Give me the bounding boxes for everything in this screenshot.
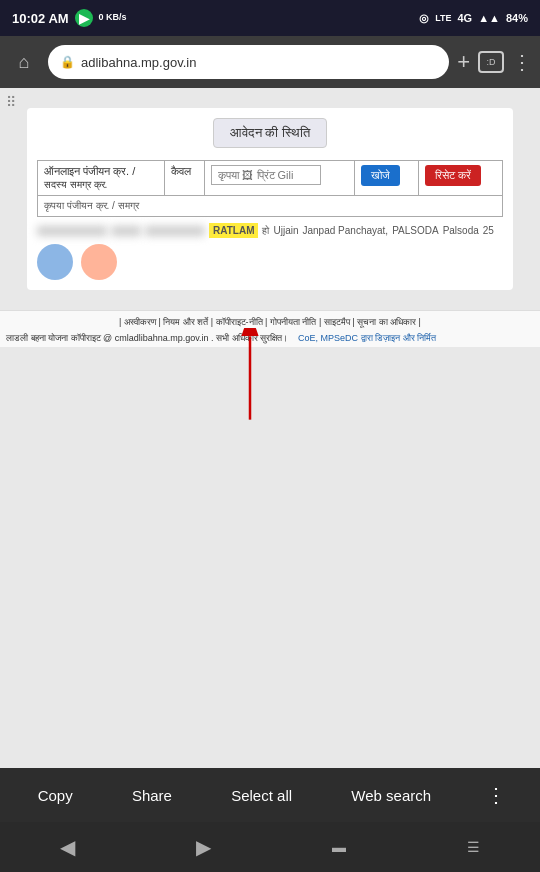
spotify-icon: ▶: [75, 9, 93, 27]
label-registration: ऑनलाइन पंजीयन क्र. / सदस्य समग्र क्र.: [38, 161, 165, 196]
lte-icon: LTE: [435, 13, 451, 23]
more-options-button[interactable]: ⋮: [478, 775, 514, 815]
highlighted-ratlam: RATLAM: [209, 223, 258, 238]
registration-input[interactable]: [211, 165, 321, 185]
col-25: 25: [483, 225, 494, 236]
battery-display: 84%: [506, 12, 528, 24]
share-button[interactable]: Share: [120, 779, 184, 812]
grid-dots-icon: ⠿: [6, 94, 16, 110]
blurred-col3: [145, 226, 205, 236]
wifi-icon: ◎: [419, 12, 429, 25]
lock-icon: 🔒: [60, 55, 75, 69]
coe-text: CoE, MPSeDC द्वारा डिज़ाइन और निर्मित: [298, 333, 436, 343]
blurred-col1: [37, 226, 107, 236]
web-content: ⠿ आवेदन की स्थिति ऑनलाइन पंजीयन क्र. / स…: [0, 88, 540, 822]
tab-label: :D: [487, 57, 496, 67]
reset-btn-cell[interactable]: रिसेट करें: [418, 161, 502, 196]
network-icon: 4G: [458, 12, 473, 24]
label-category: कैवल: [165, 161, 205, 196]
forward-button[interactable]: ▶: [180, 827, 227, 867]
copy-button[interactable]: Copy: [26, 779, 85, 812]
status-right: ◎ LTE 4G ▲▲ 84%: [419, 12, 528, 25]
browser-bar: ⌂ 🔒 adlibahna.mp.gov.in + :D ⋮: [0, 36, 540, 88]
col-palsoda2: Palsoda: [443, 225, 479, 236]
page-content: आवेदन की स्थिति ऑनलाइन पंजीयन क्र. / सदस…: [27, 108, 513, 290]
url-text: adlibahna.mp.gov.in: [81, 55, 196, 70]
signal-bars-icon: ▲▲: [478, 12, 500, 24]
form-input-cell[interactable]: [205, 161, 355, 196]
instruction-text: कृपया पंजीयन क्र. / समग्र: [38, 196, 503, 217]
kb-display: 0 KB/s: [99, 13, 127, 23]
tab-switcher-button[interactable]: :D: [478, 51, 504, 73]
add-tab-button[interactable]: +: [457, 49, 470, 75]
reset-button[interactable]: रिसेट करें: [425, 165, 481, 186]
recents-button[interactable]: ☰: [451, 831, 496, 863]
avatar-1: [37, 244, 73, 280]
status-button[interactable]: आवेदन की स्थिति: [213, 118, 327, 148]
avatar-2: [81, 244, 117, 280]
menu-button[interactable]: ⋮: [512, 50, 532, 74]
bottom-nav-bar: ◀ ▶ ▬ ☰: [0, 822, 540, 872]
search-btn-cell[interactable]: खोजे: [355, 161, 418, 196]
col-janpad: Janpad Panchayat,: [303, 225, 389, 236]
url-bar[interactable]: 🔒 adlibahna.mp.gov.in: [48, 45, 449, 79]
form-row-1: ऑनलाइन पंजीयन क्र. / सदस्य समग्र क्र. कै…: [38, 161, 503, 196]
home-button[interactable]: ⌂: [8, 46, 40, 78]
results-row: RATLAM हो Ujjain Janpad Panchayat, PALSO…: [37, 223, 503, 238]
status-bar: 10:02 AM ▶ 0 KB/s ◎ LTE 4G ▲▲ 84%: [0, 0, 540, 36]
footer-bottom: लाडली बहना योजना कॉपीराइट @ cmladlibahna…: [0, 330, 540, 347]
form-table: ऑनलाइन पंजीयन क्र. / सदस्य समग्र क्र. कै…: [37, 160, 503, 217]
col-palsoda1: PALSODA: [392, 225, 439, 236]
status-left: 10:02 AM ▶ 0 KB/s: [12, 9, 127, 27]
web-search-button[interactable]: Web search: [339, 779, 443, 812]
time-display: 10:02 AM: [12, 11, 69, 26]
search-button[interactable]: खोजे: [361, 165, 400, 186]
select-all-button[interactable]: Select all: [219, 779, 304, 812]
home-nav-button[interactable]: ▬: [316, 831, 362, 863]
back-button[interactable]: ◀: [44, 827, 91, 867]
context-menu: Copy Share Select all Web search ⋮: [0, 768, 540, 822]
blurred-col2: [111, 226, 141, 236]
avatar-row: [37, 244, 503, 280]
col-ho: हो: [262, 225, 269, 237]
browser-actions: + :D ⋮: [457, 49, 532, 75]
col-ujjain: Ujjain: [273, 225, 298, 236]
footer-links: | अस्वीकरण | नियम और शर्ते | कॉपीराइट-नी…: [0, 310, 540, 330]
form-row-2: कृपया पंजीयन क्र. / समग्र: [38, 196, 503, 217]
